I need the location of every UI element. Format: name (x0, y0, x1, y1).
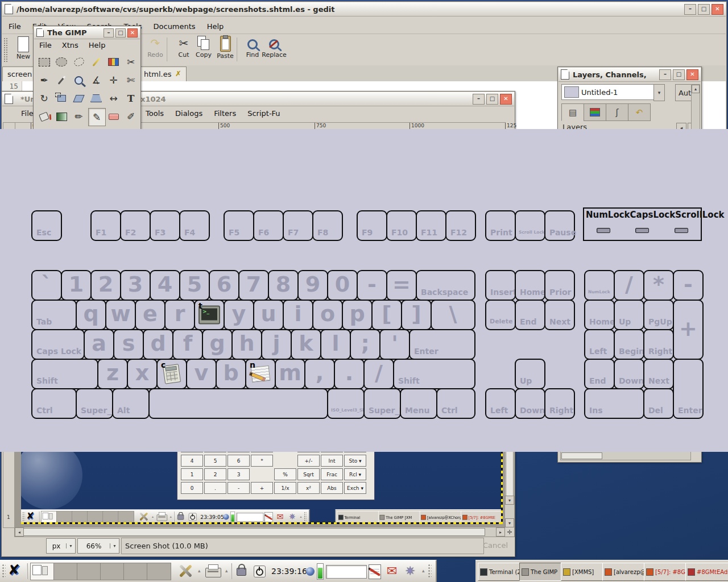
key-sym[interactable]: ; (350, 329, 380, 360)
key-backspace[interactable]: Backspace (416, 270, 475, 301)
tool-text[interactable]: T (123, 90, 139, 107)
key-5[interactable]: 5 (179, 270, 210, 301)
key-f11[interactable]: F11 (416, 210, 446, 241)
tool-bucket-fill[interactable] (36, 108, 52, 125)
workspace-cell[interactable] (53, 563, 78, 580)
key-iso_level3_shift[interactable]: ISO_Level3_Shift (327, 388, 365, 419)
key-n[interactable]: n (245, 359, 276, 389)
key-2[interactable]: 2 (90, 270, 121, 301)
key-h[interactable]: h (231, 329, 262, 360)
key-b[interactable]: b (216, 359, 246, 389)
key-sym[interactable]: * (643, 270, 674, 301)
maximize-button[interactable]: □ (698, 4, 710, 15)
key-f9[interactable]: F9 (357, 210, 387, 241)
key-7[interactable]: 7 (238, 270, 269, 301)
tab-channels[interactable] (584, 103, 606, 121)
key-pause[interactable]: Pause (544, 210, 575, 241)
tool-scale[interactable] (53, 90, 70, 107)
key-z[interactable]: z (97, 359, 128, 389)
key-f12[interactable]: F12 (445, 210, 476, 241)
image-combo[interactable]: Untitled-1 (561, 84, 655, 100)
key-up[interactable]: Up (515, 359, 545, 389)
key-sym[interactable]: + (673, 300, 704, 360)
minimize-button[interactable]: – (473, 94, 485, 105)
workspace-cell[interactable] (77, 563, 101, 580)
key-space[interactable] (148, 388, 328, 419)
key-a[interactable]: a (84, 329, 114, 360)
key-shift[interactable]: Shift (393, 359, 475, 389)
key-next[interactable]: Next (643, 359, 674, 389)
key-super_l[interactable]: Super_L (76, 388, 113, 419)
key-left[interactable]: Left (485, 388, 516, 419)
tool-scissors[interactable]: ✂ (123, 53, 139, 70)
key-ctrl[interactable]: Ctrl (31, 388, 77, 419)
key-left[interactable]: Left (584, 329, 615, 360)
tool-shear[interactable] (71, 90, 87, 107)
key-right[interactable]: Right (544, 388, 575, 419)
envelope-icon[interactable]: ✉ (387, 564, 397, 578)
key-f10[interactable]: F10 (386, 210, 417, 241)
close-button[interactable]: ✕ (127, 28, 138, 38)
x-logo[interactable]: ✘ (8, 562, 20, 579)
key-f3[interactable]: F3 (150, 210, 180, 241)
printer-icon[interactable] (205, 568, 221, 577)
workspace-cell[interactable] (100, 563, 125, 580)
key-sym[interactable]: \ (431, 300, 475, 330)
key-super_r[interactable]: Super_R (363, 388, 401, 419)
key-f7[interactable]: F7 (283, 210, 313, 241)
menu-help[interactable]: Help (89, 41, 106, 49)
key-next[interactable]: Next (544, 300, 575, 330)
tool-measure[interactable]: ∡ (88, 72, 105, 89)
key-tab[interactable]: Tab (31, 300, 77, 330)
tool-paintbrush[interactable]: ✎ (88, 108, 106, 126)
tool-free-select[interactable] (71, 53, 87, 70)
key-f1[interactable]: F1 (90, 210, 121, 241)
workspace-cell[interactable] (30, 563, 55, 580)
key-end[interactable]: End (515, 300, 545, 330)
up-arrow[interactable]: ▴ (225, 568, 228, 573)
key-right[interactable]: Right (643, 329, 674, 360)
menu-dialogs[interactable]: Dialogs (175, 109, 202, 118)
key-enter[interactable]: Enter (409, 329, 475, 360)
menu-help[interactable]: Help (207, 22, 224, 31)
tab-paths[interactable]: ʃ (606, 103, 628, 121)
key-sym[interactable]: / (363, 359, 394, 389)
dialog-hscrollbar[interactable] (560, 451, 691, 460)
key-down[interactable]: Down (515, 388, 545, 419)
key-insert[interactable]: Insert (485, 270, 516, 301)
tool-move[interactable]: ✛ (105, 72, 122, 89)
tool-rect-select[interactable] (36, 53, 52, 70)
tool-paths[interactable]: ✒ (36, 72, 52, 89)
key-sym[interactable]: ` (31, 270, 62, 301)
key-w[interactable]: w (105, 300, 136, 330)
unit-select[interactable]: px▾ (46, 538, 76, 554)
key-d[interactable]: d (143, 329, 173, 360)
minimize-button[interactable]: – (684, 4, 696, 15)
toolbox-titlebar[interactable]: The GIMP – □ ✕ (34, 27, 140, 39)
minimize-button[interactable]: – (659, 69, 671, 80)
star-icon[interactable]: ✷ (405, 564, 415, 578)
key-e[interactable]: e (135, 300, 166, 330)
key-f6[interactable]: F6 (253, 210, 284, 241)
task-button[interactable]: [XMMS] (561, 563, 604, 581)
menu-script-fu[interactable]: Script-Fu (247, 109, 280, 118)
key-6[interactable]: 6 (209, 270, 239, 301)
close-button[interactable]: ✕ (712, 4, 723, 15)
key-f8[interactable]: F8 (312, 210, 343, 241)
task-button[interactable]: [alvarezp@XChorg (602, 563, 646, 581)
power-icon[interactable] (254, 566, 266, 577)
layers-titlebar[interactable]: Layers, Channels, Path – □ ✕ (559, 68, 701, 82)
key-f[interactable]: f (172, 329, 203, 360)
toolbar-redo-button[interactable]: ↷Redo (142, 36, 168, 59)
key-j[interactable]: j (261, 329, 292, 360)
key-k[interactable]: k (291, 329, 321, 360)
tool-perspective[interactable] (88, 90, 105, 107)
key-o[interactable]: o (312, 300, 343, 330)
key-f5[interactable]: F5 (224, 210, 254, 241)
key-4[interactable]: 4 (150, 270, 180, 301)
zoom-select[interactable]: 66%▾ (77, 538, 119, 554)
close-button[interactable]: ✕ (686, 69, 698, 80)
key-begin[interactable]: Begin (614, 329, 644, 360)
tool-ellipse-select[interactable] (53, 53, 70, 70)
navigation-icon[interactable]: ✛ (504, 527, 515, 537)
